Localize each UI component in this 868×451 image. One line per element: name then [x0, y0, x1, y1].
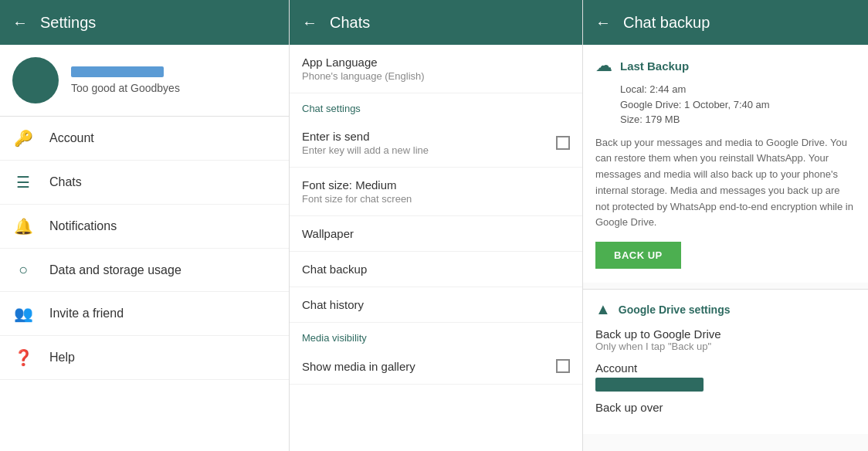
profile-status: Too good at Goodbyes	[71, 82, 180, 94]
chat-settings-label: Chat settings	[290, 93, 582, 119]
app-language-title: App Language	[302, 56, 570, 69]
backup-size: Size: 179 MB	[620, 112, 856, 127]
show-media-title: Show media in gallery	[302, 360, 415, 373]
sidebar-item-chats[interactable]: ☰ Chats	[0, 161, 289, 205]
font-size-subtitle: Font size for chat screen	[302, 193, 570, 205]
enter-is-send-item[interactable]: Enter is send Enter key will add a new l…	[290, 119, 582, 168]
chats-header: ← Chats	[290, 0, 582, 45]
chat-history-title: Chat history	[302, 298, 570, 311]
backup-back-arrow[interactable]: ←	[595, 14, 611, 32]
gdrive-section-header: ▲ Google Drive settings	[595, 300, 856, 318]
sidebar-item-account[interactable]: 🔑 Account	[0, 117, 289, 161]
key-icon: 🔑	[12, 129, 34, 148]
font-size-title: Font size: Medium	[302, 178, 570, 192]
last-backup-info: Local: 2:44 am Google Drive: 1 October, …	[620, 82, 856, 127]
sidebar-item-label: Chats	[49, 175, 82, 189]
backup-header: ← Chat backup	[583, 0, 868, 45]
profile-name-bar	[71, 66, 164, 77]
profile-info: Too good at Goodbyes	[71, 66, 180, 94]
chats-title: Chats	[330, 14, 370, 32]
settings-back-arrow[interactable]: ←	[12, 14, 28, 32]
back-up-button[interactable]: BACK UP	[595, 242, 681, 269]
account-bar	[595, 378, 704, 392]
backup-over-item[interactable]: Back up over	[595, 401, 856, 414]
chat-history-item[interactable]: Chat history	[290, 287, 582, 323]
chat-backup-item[interactable]: Chat backup	[290, 252, 582, 287]
show-media-checkbox[interactable]	[556, 359, 570, 373]
settings-list: 🔑 Account ☰ Chats 🔔 Notifications ○ Data…	[0, 117, 289, 380]
backup-content: ☁ Last Backup Local: 2:44 am Google Driv…	[583, 45, 868, 451]
sidebar-item-label: Notifications	[49, 219, 117, 233]
help-icon: ❓	[12, 348, 34, 367]
bell-icon: 🔔	[12, 217, 34, 236]
sidebar-item-notifications[interactable]: 🔔 Notifications	[0, 205, 289, 249]
enter-is-send-title: Enter is send	[302, 130, 429, 143]
show-media-item[interactable]: Show media in gallery	[290, 348, 582, 385]
gdrive-section-title: Google Drive settings	[619, 303, 731, 316]
backup-description: Back up your messages and media to Googl…	[595, 135, 856, 232]
last-backup-section: ☁ Last Backup Local: 2:44 am Google Driv…	[583, 45, 868, 283]
sidebar-item-label: Invite a friend	[49, 307, 124, 320]
enter-is-send-subtitle: Enter key will add a new line	[302, 144, 429, 156]
people-icon: 👥	[12, 304, 34, 323]
chats-icon: ☰	[12, 173, 34, 192]
settings-title: Settings	[40, 14, 96, 32]
data-icon: ○	[12, 261, 34, 279]
local-backup-time: Local: 2:44 am	[620, 82, 856, 97]
sidebar-item-label: Account	[49, 131, 94, 145]
wallpaper-title: Wallpaper	[302, 227, 570, 240]
chats-panel: ← Chats App Language Phone's language (E…	[290, 0, 583, 451]
gdrive-settings-section: ▲ Google Drive settings Back up to Googl…	[583, 290, 868, 434]
font-size-item[interactable]: Font size: Medium Font size for chat scr…	[290, 168, 582, 216]
settings-panel: ← Settings Too good at Goodbyes 🔑 Accoun…	[0, 0, 290, 451]
sidebar-item-data-storage[interactable]: ○ Data and storage usage	[0, 249, 289, 292]
enter-is-send-checkbox[interactable]	[556, 136, 570, 150]
avatar	[12, 57, 59, 103]
backup-to-drive-subtitle: Only when I tap "Back up"	[595, 341, 856, 352]
backup-over-title: Back up over	[595, 401, 856, 414]
app-language-item[interactable]: App Language Phone's language (English)	[290, 45, 582, 93]
sidebar-item-help[interactable]: ❓ Help	[0, 336, 289, 380]
enter-is-send-text: Enter is send Enter key will add a new l…	[302, 130, 429, 156]
sidebar-item-label: Data and storage usage	[49, 263, 181, 277]
backup-to-drive-title: Back up to Google Drive	[595, 327, 856, 341]
account-title: Account	[595, 361, 856, 375]
last-backup-title: Last Backup	[620, 59, 689, 73]
cloud-upload-icon: ☁	[595, 56, 612, 76]
cloud-icon: ▲	[595, 300, 611, 318]
media-visibility-label: Media visibility	[290, 323, 582, 348]
gdrive-backup-time: Google Drive: 1 October, 7:40 am	[620, 97, 856, 113]
backup-title: Chat backup	[623, 14, 710, 32]
sidebar-item-label: Help	[49, 351, 75, 365]
settings-header: ← Settings	[0, 0, 289, 45]
profile-section[interactable]: Too good at Goodbyes	[0, 45, 289, 117]
backup-to-drive-item[interactable]: Back up to Google Drive Only when I tap …	[595, 327, 856, 352]
sidebar-item-invite[interactable]: 👥 Invite a friend	[0, 292, 289, 336]
chats-content: App Language Phone's language (English) …	[290, 45, 582, 451]
last-backup-header: ☁ Last Backup	[595, 56, 856, 76]
app-language-subtitle: Phone's language (English)	[302, 70, 570, 82]
chats-back-arrow[interactable]: ←	[302, 14, 317, 32]
chat-backup-panel: ← Chat backup ☁ Last Backup Local: 2:44 …	[583, 0, 868, 451]
account-item[interactable]: Account	[595, 361, 856, 392]
chat-backup-title: Chat backup	[302, 263, 570, 276]
wallpaper-item[interactable]: Wallpaper	[290, 216, 582, 252]
